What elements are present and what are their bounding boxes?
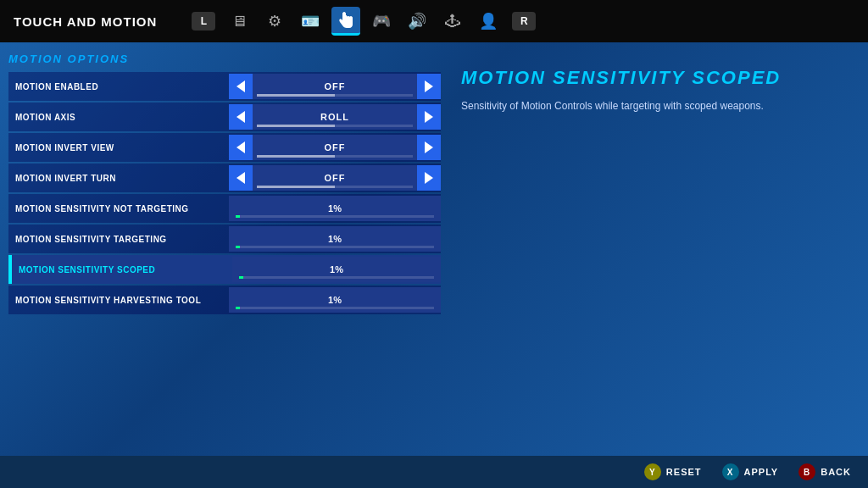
arrow-left-motion-invert-turn[interactable] (229, 165, 253, 191)
slider-control-sens-not-targeting: 1% (229, 196, 441, 221)
nav-card-icon[interactable]: 🪪 (296, 7, 325, 36)
setting-label-sens-scoped: MOTION SENSITIVITY SCOPED (12, 265, 232, 274)
setting-label-sens-harvest: MOTION SENSITIVITY HARVESTING TOOL (8, 296, 229, 305)
left-panel: MOTION OPTIONS MOTION ENABLED OFF (0, 42, 441, 456)
arrow-left-motion-invert-view[interactable] (229, 135, 253, 160)
nav-gamepad-icon[interactable]: 🎮 (367, 7, 396, 36)
arrow-control-motion-invert-view: OFF (229, 135, 441, 160)
slider-control-sens-harvest: 1% (229, 287, 441, 313)
setting-label-motion-enabled: MOTION ENABLED (8, 82, 229, 92)
apply-action[interactable]: X APPLY (722, 463, 779, 480)
setting-row-motion-axis[interactable]: MOTION AXIS ROLL (8, 103, 441, 131)
setting-row-sens-targeting[interactable]: MOTION SENSITIVITY TARGETING 1% (8, 225, 441, 253)
apply-label: APPLY (744, 467, 779, 477)
arrow-value-motion-enabled: OFF (253, 74, 417, 99)
arrow-right-motion-invert-view[interactable] (417, 135, 441, 160)
detail-title: MOTION SENSITIVITY SCOPED (461, 68, 848, 88)
reset-action[interactable]: Y RESET (644, 463, 702, 480)
nav-controller-icon[interactable]: 🕹 (438, 7, 467, 36)
nav-hand-icon[interactable] (331, 7, 360, 36)
arrow-right-motion-invert-turn[interactable] (417, 165, 441, 191)
setting-row-motion-invert-view[interactable]: MOTION INVERT VIEW OFF (8, 133, 441, 162)
arrow-control-motion-enabled: OFF (229, 74, 441, 99)
x-button-icon: X (722, 463, 739, 480)
slider-value-sens-scoped: 1% (239, 264, 434, 274)
arrow-right-motion-axis[interactable] (417, 104, 441, 130)
slider-control-sens-scoped: 1% (232, 257, 441, 282)
page-title: TOUCH AND MOTION (14, 14, 157, 29)
slider-value-sens-harvest: 1% (236, 295, 434, 305)
setting-control-sens-scoped[interactable]: 1% (232, 257, 441, 282)
slider-value-sens-not-targeting: 1% (236, 203, 434, 214)
reset-label: RESET (666, 467, 702, 477)
setting-row-sens-harvest[interactable]: MOTION SENSITIVITY HARVESTING TOOL 1% (8, 286, 441, 314)
back-label: BACK (821, 467, 851, 477)
setting-control-motion-enabled[interactable]: OFF (229, 74, 441, 99)
b-button-icon: B (798, 463, 815, 480)
arrow-control-motion-axis: ROLL (229, 104, 441, 130)
nav-speaker-icon[interactable]: 🔊 (403, 7, 431, 36)
setting-control-motion-invert-turn[interactable]: OFF (229, 165, 441, 191)
setting-control-motion-invert-view[interactable]: OFF (229, 135, 441, 160)
setting-row-motion-invert-turn[interactable]: MOTION INVERT TURN OFF (8, 164, 441, 192)
arrow-right-motion-enabled[interactable] (417, 74, 441, 99)
setting-control-sens-targeting[interactable]: 1% (229, 226, 441, 252)
setting-label-sens-targeting: MOTION SENSITIVITY TARGETING (8, 235, 229, 244)
arrow-control-motion-invert-turn: OFF (229, 165, 441, 191)
settings-list: MOTION ENABLED OFF (8, 72, 441, 314)
setting-control-sens-harvest[interactable]: 1% (229, 287, 441, 313)
setting-row-sens-scoped[interactable]: MOTION SENSITIVITY SCOPED 1% (8, 255, 441, 284)
y-button-icon: Y (644, 463, 661, 480)
setting-label-sens-not-targeting: MOTION SENSITIVITY NOT TARGETING (8, 204, 229, 214)
setting-control-motion-axis[interactable]: ROLL (229, 104, 441, 130)
setting-label-motion-invert-turn: MOTION INVERT TURN (8, 174, 229, 183)
nav-person-icon[interactable]: 👤 (474, 7, 503, 36)
nav-monitor-icon[interactable]: 🖥 (225, 7, 253, 36)
slider-value-sens-targeting: 1% (236, 234, 434, 244)
bottom-bar: Y RESET X APPLY B BACK (0, 456, 868, 488)
section-title: MOTION OPTIONS (8, 53, 441, 65)
nav-badge-L[interactable]: L (189, 7, 218, 36)
top-bar: TOUCH AND MOTION L 🖥 ⚙ 🪪 🎮 🔊 🕹 👤 R (0, 0, 868, 42)
nav-icons: L 🖥 ⚙ 🪪 🎮 🔊 🕹 👤 R (189, 7, 538, 36)
right-panel: MOTION SENSITIVITY SCOPED Sensitivity of… (441, 42, 868, 456)
detail-desc: Sensitivity of Motion Controls while tar… (461, 98, 783, 114)
nav-badge-R[interactable]: R (509, 7, 538, 36)
arrow-value-motion-invert-view: OFF (253, 135, 417, 160)
setting-label-motion-axis: MOTION AXIS (8, 113, 229, 122)
arrow-left-motion-enabled[interactable] (229, 74, 253, 99)
arrow-left-motion-axis[interactable] (229, 104, 253, 130)
setting-label-motion-invert-view: MOTION INVERT VIEW (8, 143, 229, 152)
back-action[interactable]: B BACK (798, 463, 851, 480)
arrow-value-motion-axis: ROLL (253, 104, 417, 130)
nav-gear-icon[interactable]: ⚙ (260, 7, 289, 36)
arrow-value-motion-invert-turn: OFF (253, 165, 417, 191)
main-content: MOTION OPTIONS MOTION ENABLED OFF (0, 42, 868, 456)
setting-row-sens-not-targeting[interactable]: MOTION SENSITIVITY NOT TARGETING 1% (8, 194, 441, 223)
setting-row-motion-enabled[interactable]: MOTION ENABLED OFF (8, 72, 441, 101)
slider-control-sens-targeting: 1% (229, 226, 441, 252)
setting-control-sens-not-targeting[interactable]: 1% (229, 196, 441, 221)
